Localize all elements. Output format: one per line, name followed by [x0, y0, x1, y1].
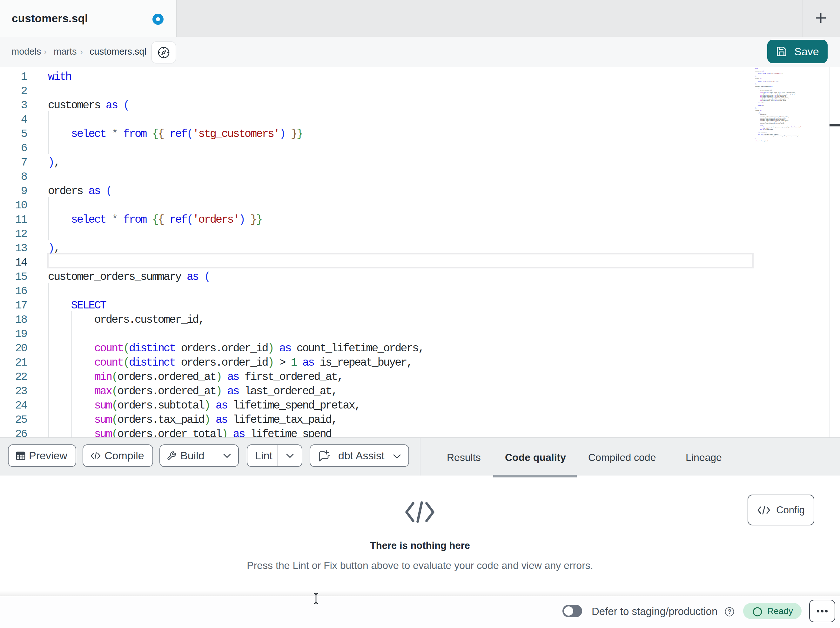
svg-text:?: ?	[728, 608, 731, 615]
